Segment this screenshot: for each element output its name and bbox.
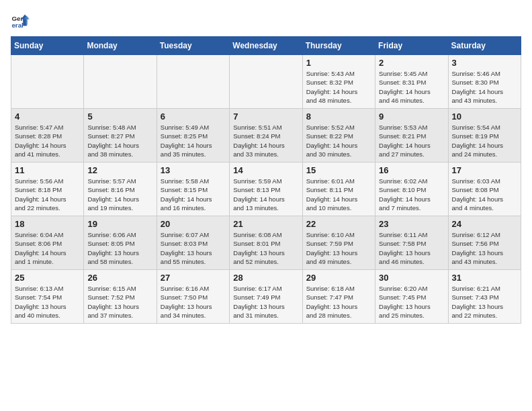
- day-info: Sunrise: 6:01 AM Sunset: 8:11 PM Dayligh…: [306, 177, 371, 212]
- calendar-cell: 14Sunrise: 5:59 AM Sunset: 8:13 PM Dayli…: [230, 163, 302, 216]
- calendar-cell: 23Sunrise: 6:11 AM Sunset: 7:58 PM Dayli…: [375, 216, 448, 270]
- day-number: 14: [233, 165, 298, 175]
- day-info: Sunrise: 5:51 AM Sunset: 8:24 PM Dayligh…: [233, 123, 298, 158]
- day-info: Sunrise: 6:17 AM Sunset: 7:49 PM Dayligh…: [233, 284, 298, 320]
- calendar-cell: 21Sunrise: 6:08 AM Sunset: 8:01 PM Dayli…: [230, 216, 302, 270]
- day-info: Sunrise: 5:52 AM Sunset: 8:22 PM Dayligh…: [306, 123, 371, 158]
- day-number: 25: [15, 273, 80, 283]
- day-number: 4: [15, 111, 80, 122]
- day-number: 18: [15, 219, 80, 229]
- page-header: Gen eral: [11, 11, 521, 30]
- calendar-cell: [157, 55, 229, 109]
- calendar-cell: 19Sunrise: 6:06 AM Sunset: 8:05 PM Dayli…: [84, 216, 157, 270]
- day-number: 10: [452, 111, 517, 122]
- day-info: Sunrise: 5:53 AM Sunset: 8:21 PM Dayligh…: [379, 123, 444, 158]
- day-number: 19: [87, 219, 152, 229]
- day-info: Sunrise: 5:54 AM Sunset: 8:19 PM Dayligh…: [452, 123, 517, 158]
- calendar-cell: 11Sunrise: 5:56 AM Sunset: 8:18 PM Dayli…: [11, 163, 84, 216]
- calendar-cell: 5Sunrise: 5:48 AM Sunset: 8:27 PM Daylig…: [84, 109, 157, 163]
- calendar-cell: 18Sunrise: 6:04 AM Sunset: 8:06 PM Dayli…: [11, 216, 84, 270]
- calendar-cell: 26Sunrise: 6:15 AM Sunset: 7:52 PM Dayli…: [84, 270, 157, 324]
- day-info: Sunrise: 6:06 AM Sunset: 8:05 PM Dayligh…: [87, 230, 152, 266]
- day-number: 31: [452, 273, 517, 283]
- calendar-cell: 27Sunrise: 6:16 AM Sunset: 7:50 PM Dayli…: [157, 270, 229, 324]
- day-info: Sunrise: 6:16 AM Sunset: 7:50 PM Dayligh…: [161, 284, 226, 320]
- day-number: 2: [379, 58, 444, 68]
- calendar-cell: 25Sunrise: 6:13 AM Sunset: 7:54 PM Dayli…: [11, 270, 84, 324]
- column-header-tuesday: Tuesday: [157, 37, 229, 55]
- day-number: 12: [87, 165, 152, 175]
- calendar-cell: 1Sunrise: 5:43 AM Sunset: 8:32 PM Daylig…: [302, 55, 375, 109]
- calendar-cell: 8Sunrise: 5:52 AM Sunset: 8:22 PM Daylig…: [302, 109, 375, 163]
- calendar-cell: 31Sunrise: 6:21 AM Sunset: 7:43 PM Dayli…: [448, 270, 521, 324]
- day-info: Sunrise: 5:49 AM Sunset: 8:25 PM Dayligh…: [161, 123, 226, 158]
- day-number: 24: [452, 219, 517, 229]
- day-number: 27: [161, 273, 226, 283]
- day-number: 7: [233, 111, 298, 122]
- day-info: Sunrise: 6:04 AM Sunset: 8:06 PM Dayligh…: [15, 230, 80, 266]
- logo-icon: Gen eral: [11, 11, 30, 30]
- logo: Gen eral: [11, 11, 32, 30]
- day-number: 16: [379, 165, 444, 175]
- day-number: 1: [306, 58, 371, 68]
- day-info: Sunrise: 6:13 AM Sunset: 7:54 PM Dayligh…: [15, 284, 80, 320]
- calendar-cell: 12Sunrise: 5:57 AM Sunset: 8:16 PM Dayli…: [84, 163, 157, 216]
- day-number: 26: [87, 273, 152, 283]
- calendar-cell: 22Sunrise: 6:10 AM Sunset: 7:59 PM Dayli…: [302, 216, 375, 270]
- calendar-cell: 29Sunrise: 6:18 AM Sunset: 7:47 PM Dayli…: [302, 270, 375, 324]
- calendar-cell: 9Sunrise: 5:53 AM Sunset: 8:21 PM Daylig…: [375, 109, 448, 163]
- day-info: Sunrise: 6:07 AM Sunset: 8:03 PM Dayligh…: [161, 230, 226, 266]
- day-number: 20: [161, 219, 226, 229]
- column-header-friday: Friday: [375, 37, 448, 55]
- day-number: 11: [15, 165, 80, 175]
- day-info: Sunrise: 6:18 AM Sunset: 7:47 PM Dayligh…: [306, 284, 371, 320]
- calendar-header-row: SundayMondayTuesdayWednesdayThursdayFrid…: [11, 37, 521, 55]
- calendar-cell: 20Sunrise: 6:07 AM Sunset: 8:03 PM Dayli…: [157, 216, 229, 270]
- column-header-sunday: Sunday: [11, 37, 84, 55]
- calendar-cell: 10Sunrise: 5:54 AM Sunset: 8:19 PM Dayli…: [448, 109, 521, 163]
- day-info: Sunrise: 6:08 AM Sunset: 8:01 PM Dayligh…: [233, 230, 298, 266]
- day-number: 8: [306, 111, 371, 122]
- calendar-week-row: 4Sunrise: 5:47 AM Sunset: 8:28 PM Daylig…: [11, 109, 521, 163]
- day-info: Sunrise: 6:20 AM Sunset: 7:45 PM Dayligh…: [379, 284, 444, 320]
- day-info: Sunrise: 5:57 AM Sunset: 8:16 PM Dayligh…: [87, 177, 152, 212]
- day-info: Sunrise: 6:21 AM Sunset: 7:43 PM Dayligh…: [452, 284, 517, 320]
- day-number: 17: [452, 165, 517, 175]
- day-number: 9: [379, 111, 444, 122]
- day-number: 28: [233, 273, 298, 283]
- calendar-cell: 17Sunrise: 6:03 AM Sunset: 8:08 PM Dayli…: [448, 163, 521, 216]
- day-number: 30: [379, 273, 444, 283]
- calendar-week-row: 11Sunrise: 5:56 AM Sunset: 8:18 PM Dayli…: [11, 163, 521, 216]
- day-info: Sunrise: 5:45 AM Sunset: 8:31 PM Dayligh…: [379, 69, 444, 105]
- calendar-cell: 28Sunrise: 6:17 AM Sunset: 7:49 PM Dayli…: [230, 270, 302, 324]
- svg-text:eral: eral: [11, 21, 24, 29]
- calendar-week-row: 25Sunrise: 6:13 AM Sunset: 7:54 PM Dayli…: [11, 270, 521, 324]
- day-info: Sunrise: 5:58 AM Sunset: 8:15 PM Dayligh…: [161, 177, 226, 212]
- column-header-saturday: Saturday: [448, 37, 521, 55]
- column-header-monday: Monday: [84, 37, 157, 55]
- calendar-cell: 6Sunrise: 5:49 AM Sunset: 8:25 PM Daylig…: [157, 109, 229, 163]
- calendar-cell: 24Sunrise: 6:12 AM Sunset: 7:56 PM Dayli…: [448, 216, 521, 270]
- day-info: Sunrise: 6:03 AM Sunset: 8:08 PM Dayligh…: [452, 177, 517, 212]
- calendar-cell: 16Sunrise: 6:02 AM Sunset: 8:10 PM Dayli…: [375, 163, 448, 216]
- day-number: 21: [233, 219, 298, 229]
- day-number: 29: [306, 273, 371, 283]
- day-number: 3: [452, 58, 517, 68]
- calendar-cell: [11, 55, 84, 109]
- calendar-cell: 7Sunrise: 5:51 AM Sunset: 8:24 PM Daylig…: [230, 109, 302, 163]
- column-header-wednesday: Wednesday: [230, 37, 302, 55]
- column-header-thursday: Thursday: [302, 37, 375, 55]
- day-info: Sunrise: 6:12 AM Sunset: 7:56 PM Dayligh…: [452, 230, 517, 266]
- day-info: Sunrise: 5:59 AM Sunset: 8:13 PM Dayligh…: [233, 177, 298, 212]
- calendar-cell: 2Sunrise: 5:45 AM Sunset: 8:31 PM Daylig…: [375, 55, 448, 109]
- calendar-cell: 3Sunrise: 5:46 AM Sunset: 8:30 PM Daylig…: [448, 55, 521, 109]
- day-number: 6: [161, 111, 226, 122]
- calendar-cell: 30Sunrise: 6:20 AM Sunset: 7:45 PM Dayli…: [375, 270, 448, 324]
- day-info: Sunrise: 5:47 AM Sunset: 8:28 PM Dayligh…: [15, 123, 80, 158]
- calendar-week-row: 1Sunrise: 5:43 AM Sunset: 8:32 PM Daylig…: [11, 55, 521, 109]
- day-info: Sunrise: 5:46 AM Sunset: 8:30 PM Dayligh…: [452, 69, 517, 105]
- day-number: 22: [306, 219, 371, 229]
- calendar-week-row: 18Sunrise: 6:04 AM Sunset: 8:06 PM Dayli…: [11, 216, 521, 270]
- day-info: Sunrise: 5:56 AM Sunset: 8:18 PM Dayligh…: [15, 177, 80, 212]
- day-info: Sunrise: 6:15 AM Sunset: 7:52 PM Dayligh…: [87, 284, 152, 320]
